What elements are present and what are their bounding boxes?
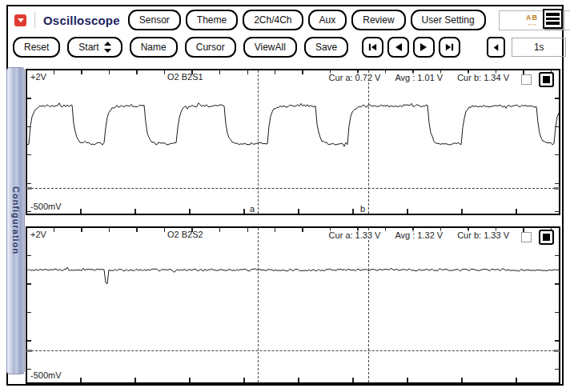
cursor-button[interactable]: Cursor: [185, 37, 236, 58]
ab-cursors-icon: AB ↔↔: [526, 14, 538, 26]
cursor-a-line[interactable]: [258, 228, 259, 382]
arrow-left-icon: [493, 42, 499, 53]
y-max-label: +2V: [30, 72, 46, 82]
channel-1-panel: +2V O2 B2S1 Cur a: 0.72 V Avg : 1.01 V C…: [26, 69, 560, 215]
channel-2-toggles: [521, 230, 554, 245]
review-button[interactable]: Review: [351, 10, 405, 30]
menu-button[interactable]: [543, 9, 563, 29]
interval-value[interactable]: 1s: [512, 38, 566, 57]
viewall-button[interactable]: ViewAll: [243, 37, 297, 58]
cursor-a-readout: Cur a: 0.72 V: [329, 73, 381, 82]
avg-readout: Avg : 1.32 V: [395, 230, 443, 240]
step-forward-button[interactable]: [413, 37, 435, 58]
checked-square-icon: [543, 234, 550, 241]
tick-marks: [27, 209, 559, 214]
channel-2-panel: +2V O2 B2S2 Cur a: 1.33 V Avg : 1.32 V C…: [26, 226, 560, 384]
skip-end-icon: [445, 42, 454, 52]
avg-readout: Avg : 1.01 V: [395, 73, 443, 82]
up-down-arrows-icon: [104, 42, 111, 53]
chevron-down-icon: [18, 18, 24, 22]
cursor-b-readout: Cur b: 1.33 V: [457, 230, 509, 240]
app-title: Oscilloscope: [43, 14, 120, 27]
aux-button[interactable]: Aux: [308, 10, 347, 30]
y-max-label: +2V: [30, 230, 46, 239]
zero-volt-gridline: [27, 188, 559, 189]
sensor-button[interactable]: Sensor: [128, 10, 181, 30]
tick-marks: [555, 70, 559, 214]
start-button[interactable]: Start: [67, 37, 122, 58]
channel-enable-checkbox[interactable]: [539, 230, 554, 245]
channel-1-waveform: [27, 70, 559, 214]
tick-marks: [555, 228, 559, 382]
theme-button[interactable]: Theme: [186, 10, 238, 30]
control-toolbar: Reset Start Name Cursor ViewAll Save: [13, 36, 570, 58]
secondary-checkbox[interactable]: [521, 74, 532, 85]
channel-2-title: O2 B2S2: [167, 230, 203, 239]
interval-navigator: 1s: [487, 37, 570, 58]
channel-1-toggles: [521, 72, 554, 87]
playback-controls: [362, 37, 460, 58]
step-forward-icon: [419, 42, 428, 52]
skip-start-icon: [368, 42, 377, 52]
reset-button[interactable]: Reset: [13, 37, 60, 58]
title-divider: [34, 12, 35, 28]
step-back-icon: [394, 42, 403, 52]
prev-interval-button[interactable]: [487, 37, 505, 58]
skip-end-button[interactable]: [439, 37, 460, 58]
name-button[interactable]: Name: [130, 37, 178, 58]
cursor-b-line[interactable]: [368, 70, 369, 214]
channel-1-title: O2 B2S1: [167, 72, 203, 82]
checked-square-icon: [543, 76, 550, 83]
channel-enable-checkbox[interactable]: [539, 72, 554, 87]
user-setting-button[interactable]: User Setting: [411, 10, 486, 30]
hamburger-icon: [546, 13, 560, 16]
tick-marks: [27, 378, 559, 382]
cursor-b-line[interactable]: [368, 228, 369, 382]
channel-mode-button[interactable]: 2Ch/4Ch: [243, 10, 303, 30]
save-button[interactable]: Save: [304, 37, 348, 58]
tick-marks: [27, 228, 31, 382]
channel-2-waveform: [27, 228, 559, 382]
top-toolbar: Oscilloscope Sensor Theme 2Ch/4Ch Aux Re…: [14, 9, 570, 31]
cursor-a-readout: Cur a: 1.33 V: [329, 230, 381, 240]
y-min-label: -500mV: [30, 202, 62, 211]
cursor-a-line[interactable]: [258, 70, 259, 214]
y-min-label: -500mV: [30, 370, 62, 380]
app-menu-button[interactable]: [14, 14, 26, 26]
configuration-tab[interactable]: Configuration: [6, 67, 25, 374]
cursor-a-label: a: [250, 205, 255, 214]
configuration-tab-label: Configuration: [11, 186, 21, 254]
step-back-button[interactable]: [387, 37, 409, 58]
channel-1-readouts: Cur a: 0.72 V Avg : 1.01 V Cur b: 1.34 V: [329, 73, 509, 82]
tick-marks: [27, 70, 31, 214]
channel-2-readouts: Cur a: 1.33 V Avg : 1.32 V Cur b: 1.33 V: [329, 230, 509, 240]
skip-start-button[interactable]: [362, 37, 383, 58]
cursor-b-readout: Cur b: 1.34 V: [457, 73, 509, 82]
zero-volt-gridline: [27, 350, 559, 351]
cursor-b-label: b: [360, 205, 365, 214]
secondary-checkbox[interactable]: [521, 232, 532, 242]
